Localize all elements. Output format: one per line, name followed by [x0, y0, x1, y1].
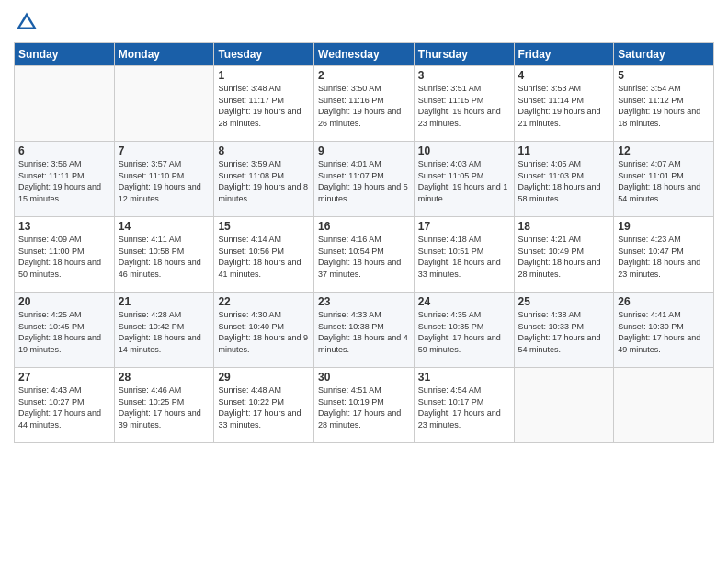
day-number: 18	[518, 220, 610, 233]
week-row-4: 27Sunrise: 4:43 AM Sunset: 10:27 PM Dayl…	[15, 368, 714, 443]
day-number: 28	[119, 371, 210, 384]
logo-icon	[14, 9, 40, 35]
day-number: 10	[418, 144, 510, 157]
calendar-cell: 21Sunrise: 4:28 AM Sunset: 10:42 PM Dayl…	[114, 293, 214, 368]
calendar-cell: 5Sunrise: 3:54 AM Sunset: 11:12 PM Dayli…	[614, 66, 714, 142]
header-day-monday: Monday	[114, 43, 214, 66]
day-info: Sunrise: 4:18 AM Sunset: 10:51 PM Daylig…	[418, 234, 510, 280]
day-number: 13	[18, 220, 110, 233]
day-info: Sunrise: 4:48 AM Sunset: 10:22 PM Daylig…	[218, 385, 310, 431]
calendar-cell: 20Sunrise: 4:25 AM Sunset: 10:45 PM Dayl…	[15, 293, 115, 368]
day-info: Sunrise: 4:38 AM Sunset: 10:33 PM Daylig…	[518, 309, 610, 355]
day-number: 25	[518, 295, 610, 308]
calendar-body: 1Sunrise: 3:48 AM Sunset: 11:17 PM Dayli…	[15, 66, 714, 443]
day-info: Sunrise: 4:30 AM Sunset: 10:40 PM Daylig…	[218, 309, 310, 355]
calendar-cell: 28Sunrise: 4:46 AM Sunset: 10:25 PM Dayl…	[114, 368, 214, 443]
day-info: Sunrise: 4:07 AM Sunset: 11:01 PM Daylig…	[618, 158, 710, 204]
calendar-cell: 30Sunrise: 4:51 AM Sunset: 10:19 PM Dayl…	[314, 368, 415, 443]
calendar-cell: 13Sunrise: 4:09 AM Sunset: 11:00 PM Dayl…	[15, 217, 115, 293]
calendar-cell: 2Sunrise: 3:50 AM Sunset: 11:16 PM Dayli…	[314, 66, 415, 142]
calendar-cell: 3Sunrise: 3:51 AM Sunset: 11:15 PM Dayli…	[414, 66, 514, 142]
calendar-cell: 26Sunrise: 4:41 AM Sunset: 10:30 PM Dayl…	[614, 293, 714, 368]
day-info: Sunrise: 4:41 AM Sunset: 10:30 PM Daylig…	[618, 309, 710, 355]
day-number: 31	[418, 371, 510, 384]
calendar-cell: 27Sunrise: 4:43 AM Sunset: 10:27 PM Dayl…	[15, 368, 115, 443]
day-info: Sunrise: 4:23 AM Sunset: 10:47 PM Daylig…	[618, 234, 710, 280]
day-info: Sunrise: 4:54 AM Sunset: 10:17 PM Daylig…	[418, 385, 510, 431]
week-row-0: 1Sunrise: 3:48 AM Sunset: 11:17 PM Dayli…	[15, 66, 714, 142]
day-info: Sunrise: 3:56 AM Sunset: 11:11 PM Daylig…	[18, 158, 110, 204]
calendar-cell: 9Sunrise: 4:01 AM Sunset: 11:07 PM Dayli…	[314, 142, 415, 217]
day-number: 22	[218, 295, 310, 308]
header-day-saturday: Saturday	[614, 43, 714, 66]
calendar-cell: 31Sunrise: 4:54 AM Sunset: 10:17 PM Dayl…	[414, 368, 514, 443]
day-info: Sunrise: 3:59 AM Sunset: 11:08 PM Daylig…	[218, 158, 310, 204]
week-row-2: 13Sunrise: 4:09 AM Sunset: 11:00 PM Dayl…	[15, 217, 714, 293]
day-number: 19	[618, 220, 710, 233]
calendar-cell: 11Sunrise: 4:05 AM Sunset: 11:03 PM Dayl…	[514, 142, 614, 217]
day-info: Sunrise: 3:50 AM Sunset: 11:16 PM Daylig…	[318, 83, 410, 129]
day-info: Sunrise: 4:28 AM Sunset: 10:42 PM Daylig…	[119, 309, 210, 355]
day-info: Sunrise: 4:46 AM Sunset: 10:25 PM Daylig…	[119, 385, 210, 431]
day-number: 11	[518, 144, 610, 157]
week-row-1: 6Sunrise: 3:56 AM Sunset: 11:11 PM Dayli…	[15, 142, 714, 217]
calendar-cell: 18Sunrise: 4:21 AM Sunset: 10:49 PM Dayl…	[514, 217, 614, 293]
day-info: Sunrise: 4:35 AM Sunset: 10:35 PM Daylig…	[418, 309, 510, 355]
day-number: 17	[418, 220, 510, 233]
logo	[14, 9, 43, 35]
day-number: 23	[318, 295, 410, 308]
calendar-cell: 15Sunrise: 4:14 AM Sunset: 10:56 PM Dayl…	[214, 217, 314, 293]
calendar-cell: 25Sunrise: 4:38 AM Sunset: 10:33 PM Dayl…	[514, 293, 614, 368]
day-info: Sunrise: 3:54 AM Sunset: 11:12 PM Daylig…	[618, 83, 710, 129]
day-number: 26	[618, 295, 710, 308]
day-number: 4	[518, 69, 610, 82]
calendar-cell: 4Sunrise: 3:53 AM Sunset: 11:14 PM Dayli…	[514, 66, 614, 142]
day-info: Sunrise: 4:05 AM Sunset: 11:03 PM Daylig…	[518, 158, 610, 204]
calendar-cell	[15, 66, 115, 142]
calendar-cell	[114, 66, 214, 142]
day-info: Sunrise: 4:25 AM Sunset: 10:45 PM Daylig…	[18, 309, 110, 355]
day-number: 15	[218, 220, 310, 233]
calendar-cell: 8Sunrise: 3:59 AM Sunset: 11:08 PM Dayli…	[214, 142, 314, 217]
calendar-cell: 19Sunrise: 4:23 AM Sunset: 10:47 PM Dayl…	[614, 217, 714, 293]
calendar-cell: 17Sunrise: 4:18 AM Sunset: 10:51 PM Dayl…	[414, 217, 514, 293]
header-day-sunday: Sunday	[15, 43, 115, 66]
week-row-3: 20Sunrise: 4:25 AM Sunset: 10:45 PM Dayl…	[15, 293, 714, 368]
header-day-friday: Friday	[514, 43, 614, 66]
calendar-cell: 29Sunrise: 4:48 AM Sunset: 10:22 PM Dayl…	[214, 368, 314, 443]
calendar-cell: 10Sunrise: 4:03 AM Sunset: 11:05 PM Dayl…	[414, 142, 514, 217]
day-info: Sunrise: 4:16 AM Sunset: 10:54 PM Daylig…	[318, 234, 410, 280]
day-number: 29	[218, 371, 310, 384]
day-number: 21	[119, 295, 210, 308]
day-info: Sunrise: 4:11 AM Sunset: 10:58 PM Daylig…	[119, 234, 210, 280]
day-info: Sunrise: 4:21 AM Sunset: 10:49 PM Daylig…	[518, 234, 610, 280]
day-number: 20	[18, 295, 110, 308]
day-number: 27	[18, 371, 110, 384]
day-number: 7	[119, 144, 210, 157]
day-info: Sunrise: 4:03 AM Sunset: 11:05 PM Daylig…	[418, 158, 510, 204]
header-row: SundayMondayTuesdayWednesdayThursdayFrid…	[15, 43, 714, 66]
day-info: Sunrise: 3:53 AM Sunset: 11:14 PM Daylig…	[518, 83, 610, 129]
day-number: 16	[318, 220, 410, 233]
calendar-cell: 6Sunrise: 3:56 AM Sunset: 11:11 PM Dayli…	[15, 142, 115, 217]
day-number: 30	[318, 371, 410, 384]
header-day-wednesday: Wednesday	[314, 43, 415, 66]
calendar-cell: 14Sunrise: 4:11 AM Sunset: 10:58 PM Dayl…	[114, 217, 214, 293]
day-number: 9	[318, 144, 410, 157]
day-info: Sunrise: 3:51 AM Sunset: 11:15 PM Daylig…	[418, 83, 510, 129]
calendar-header: SundayMondayTuesdayWednesdayThursdayFrid…	[15, 43, 714, 66]
day-number: 8	[218, 144, 310, 157]
calendar-cell: 24Sunrise: 4:35 AM Sunset: 10:35 PM Dayl…	[414, 293, 514, 368]
calendar-cell: 22Sunrise: 4:30 AM Sunset: 10:40 PM Dayl…	[214, 293, 314, 368]
day-number: 6	[18, 144, 110, 157]
calendar-cell: 23Sunrise: 4:33 AM Sunset: 10:38 PM Dayl…	[314, 293, 415, 368]
calendar-cell: 1Sunrise: 3:48 AM Sunset: 11:17 PM Dayli…	[214, 66, 314, 142]
day-info: Sunrise: 3:57 AM Sunset: 11:10 PM Daylig…	[119, 158, 210, 204]
day-number: 14	[119, 220, 210, 233]
calendar-table: SundayMondayTuesdayWednesdayThursdayFrid…	[14, 42, 714, 443]
calendar-cell: 12Sunrise: 4:07 AM Sunset: 11:01 PM Dayl…	[614, 142, 714, 217]
day-number: 5	[618, 69, 710, 82]
day-info: Sunrise: 4:43 AM Sunset: 10:27 PM Daylig…	[18, 385, 110, 431]
day-info: Sunrise: 3:48 AM Sunset: 11:17 PM Daylig…	[218, 83, 310, 129]
header	[14, 9, 714, 35]
